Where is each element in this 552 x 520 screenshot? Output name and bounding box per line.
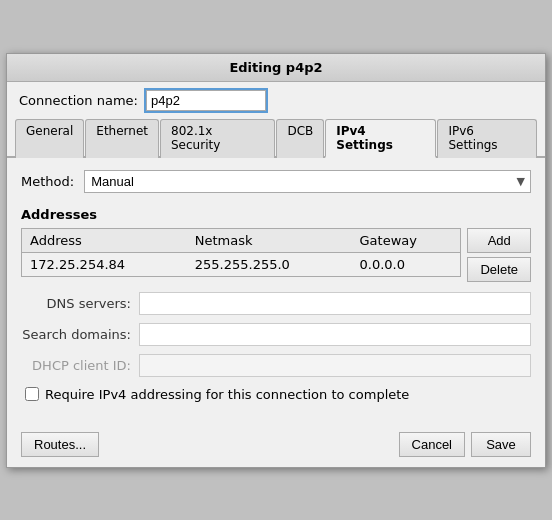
dns-servers-row: DNS servers: bbox=[21, 292, 531, 315]
connection-name-row: Connection name: bbox=[7, 82, 545, 119]
checkbox-row: Require IPv4 addressing for this connect… bbox=[21, 387, 531, 402]
tabs-bar: General Ethernet 802.1x Security DCB IPv… bbox=[7, 119, 545, 158]
addresses-table: Address Netmask Gateway 172.25.254.84 25… bbox=[22, 229, 460, 276]
bottom-buttons: Routes... Cancel Save bbox=[7, 424, 545, 467]
addr-buttons: Add Delete bbox=[467, 228, 531, 282]
addresses-section: Addresses Address Netmask Gateway bbox=[21, 207, 531, 282]
content-area: Method: Manual Automatic (DHCP) Link-Loc… bbox=[7, 158, 545, 424]
require-ipv4-label: Require IPv4 addressing for this connect… bbox=[45, 387, 409, 402]
dhcp-client-id-input[interactable] bbox=[139, 354, 531, 377]
tab-dcb[interactable]: DCB bbox=[276, 119, 324, 158]
bottom-right-buttons: Cancel Save bbox=[399, 432, 531, 457]
table-row[interactable]: 172.25.254.84 255.255.255.0 0.0.0.0 bbox=[22, 252, 460, 276]
cancel-button[interactable]: Cancel bbox=[399, 432, 465, 457]
cell-address: 172.25.254.84 bbox=[22, 252, 187, 276]
tab-general[interactable]: General bbox=[15, 119, 84, 158]
cell-netmask: 255.255.255.0 bbox=[187, 252, 352, 276]
search-domains-label: Search domains: bbox=[21, 327, 131, 342]
require-ipv4-checkbox[interactable] bbox=[25, 387, 39, 401]
save-button[interactable]: Save bbox=[471, 432, 531, 457]
col-header-address: Address bbox=[22, 229, 187, 253]
dialog: Editing p4p2 Connection name: General Et… bbox=[6, 53, 546, 468]
dhcp-client-id-label: DHCP client ID: bbox=[21, 358, 131, 373]
tab-ipv6-settings[interactable]: IPv6 Settings bbox=[437, 119, 537, 158]
method-row: Method: Manual Automatic (DHCP) Link-Loc… bbox=[21, 170, 531, 193]
addresses-title: Addresses bbox=[21, 207, 531, 222]
tab-8021x-security[interactable]: 802.1x Security bbox=[160, 119, 275, 158]
dns-servers-label: DNS servers: bbox=[21, 296, 131, 311]
dns-servers-input[interactable] bbox=[139, 292, 531, 315]
tab-ethernet[interactable]: Ethernet bbox=[85, 119, 159, 158]
dhcp-client-id-row: DHCP client ID: bbox=[21, 354, 531, 377]
method-select-wrapper: Manual Automatic (DHCP) Link-Local Only … bbox=[84, 170, 531, 193]
delete-button[interactable]: Delete bbox=[467, 257, 531, 282]
method-select[interactable]: Manual Automatic (DHCP) Link-Local Only … bbox=[84, 170, 531, 193]
col-header-netmask: Netmask bbox=[187, 229, 352, 253]
add-button[interactable]: Add bbox=[467, 228, 531, 253]
connection-name-label: Connection name: bbox=[19, 93, 138, 108]
connection-name-input[interactable] bbox=[146, 90, 266, 111]
dialog-title: Editing p4p2 bbox=[7, 54, 545, 82]
addresses-table-wrapper: Address Netmask Gateway 172.25.254.84 25… bbox=[21, 228, 461, 277]
tab-ipv4-settings[interactable]: IPv4 Settings bbox=[325, 119, 436, 158]
routes-button[interactable]: Routes... bbox=[21, 432, 99, 457]
col-header-gateway: Gateway bbox=[352, 229, 461, 253]
cell-gateway: 0.0.0.0 bbox=[352, 252, 461, 276]
method-label: Method: bbox=[21, 174, 74, 189]
search-domains-input[interactable] bbox=[139, 323, 531, 346]
addresses-container: Address Netmask Gateway 172.25.254.84 25… bbox=[21, 228, 531, 282]
search-domains-row: Search domains: bbox=[21, 323, 531, 346]
